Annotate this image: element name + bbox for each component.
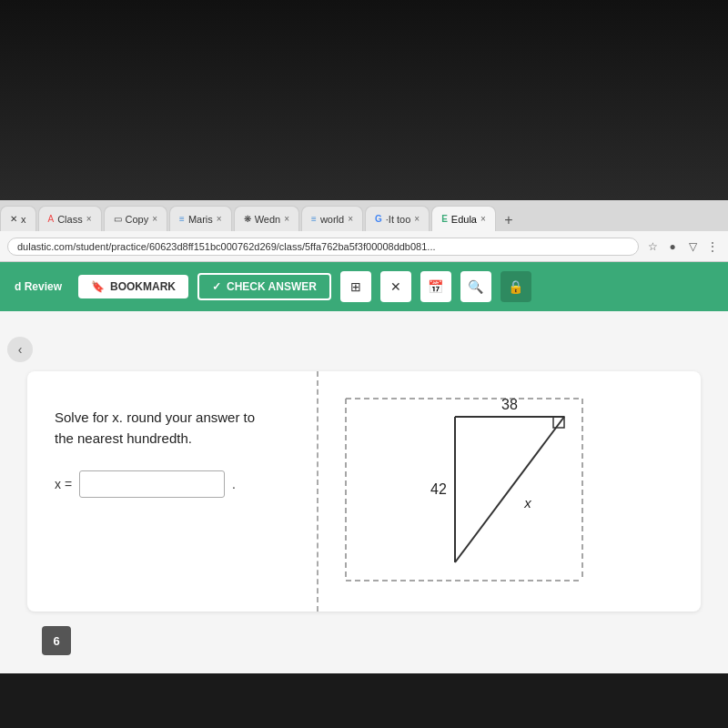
shield-icon: ▽ [684,238,701,255]
answer-label: x = [55,477,72,491]
tab-maris-label: Maris [188,214,213,225]
app-toolbar: d Review 🔖 BOOKMARK ✓ CHECK ANSWER ⊞ ✕ 📅… [0,262,728,311]
tab-edula[interactable]: E Edula × [431,206,496,231]
page-badge: 6 [42,626,71,655]
tab-wedn-close-icon[interactable]: × [284,214,289,224]
search-icon: 🔍 [468,279,483,294]
check-answer-label: CHECK ANSWER [227,280,317,293]
tab-bar: ✕ x A Class × ▭ Copy × ≡ Maris × ❋ Wedn … [0,200,728,231]
check-answer-button[interactable]: ✓ CHECK ANSWER [197,273,331,300]
tab-edula-close-icon[interactable]: × [480,214,486,224]
address-input[interactable] [7,238,639,256]
tab-class-icon: A [48,214,55,224]
tab-wedn-icon: ❋ [244,214,251,224]
lock-icon: 🔒 [508,279,523,294]
answer-row: x = . [55,470,289,498]
tab-class-label: Class [57,214,83,225]
label-x: x [523,495,531,511]
tab-maris-icon: ≡ [179,214,185,224]
answer-dot: . [232,477,236,491]
circle-icon: ● [664,238,681,255]
tab-copy[interactable]: ▭ Copy × [104,206,168,231]
triangle-diagram: 38 42 x [337,389,592,590]
background-dark [0,0,728,200]
question-line2: the nearest hundredth. [55,430,192,446]
tab-world-icon: ≡ [311,214,317,224]
checkmark-icon: ✓ [212,280,221,293]
browser-chrome: ✕ x A Class × ▭ Copy × ≡ Maris × ❋ Wedn … [0,200,728,311]
tab-ittoo-label: ·It too [386,214,411,225]
question-text: Solve for x. round your answer to the ne… [55,408,289,449]
bookmark-label: BOOKMARK [110,280,176,293]
tab-copy-label: Copy [126,214,149,225]
star-icon[interactable]: ☆ [644,238,661,255]
tab-edula-icon: E [441,214,448,224]
svg-line-7 [455,417,564,562]
label-42: 42 [430,481,447,497]
tab-world-label: world [320,214,344,225]
back-arrow-button[interactable]: ‹ [7,337,33,362]
section-label: d Review [15,280,62,293]
close-icon: ✕ [390,279,401,294]
bookmark-icon: 🔖 [91,280,105,293]
tab-class-close-icon[interactable]: × [86,214,92,224]
tab-maris[interactable]: ≡ Maris × [169,206,232,231]
tab-edula-label: Edula [451,214,477,225]
question-right-panel: 38 42 x [318,371,701,612]
left-chevron-icon: ‹ [18,342,23,357]
tab-maris-close-icon[interactable]: × [217,214,222,224]
lock-icon-button[interactable]: 🔒 [500,271,531,302]
close-icon-button[interactable]: ✕ [380,271,411,302]
tab-world-close-icon[interactable]: × [348,214,353,224]
tab-x[interactable]: ✕ x [0,206,36,231]
tab-ittoo[interactable]: G ·It too × [365,206,430,231]
question-left-panel: Solve for x. round your answer to the ne… [27,371,318,612]
answer-input[interactable] [79,470,225,498]
settings-icon[interactable]: ⋮ [704,238,721,255]
calendar-icon-button[interactable]: 📅 [420,271,451,302]
content-area: ‹ Solve for x. round your answer to the … [0,311,728,673]
calendar-icon: 📅 [428,279,443,294]
address-icons: ☆ ● ▽ ⋮ [644,238,721,255]
tab-copy-icon: ▭ [114,214,122,224]
bookmark-button[interactable]: 🔖 BOOKMARK [78,275,188,298]
tab-ittoo-close-icon[interactable]: × [414,214,420,224]
tab-copy-close-icon[interactable]: × [152,214,157,224]
tab-world[interactable]: ≡ world × [301,206,363,231]
new-tab-button[interactable]: + [498,209,520,231]
tab-x-label: x [21,214,26,225]
tab-wedn-label: Wedn [255,214,281,225]
tab-x-icon: ✕ [10,214,17,224]
address-bar: ☆ ● ▽ ⋮ [0,231,728,262]
label-38: 38 [501,397,518,412]
tab-class[interactable]: A Class × [38,206,102,231]
tab-wedn[interactable]: ❋ Wedn × [234,206,299,231]
question-line1: Solve for x. round your answer to [55,410,255,425]
grid-icon: ⊞ [350,279,361,294]
question-container: Solve for x. round your answer to the ne… [27,371,701,612]
grid-icon-button[interactable]: ⊞ [340,271,371,302]
search-icon-button[interactable]: 🔍 [460,271,491,302]
tab-ittoo-icon: G [375,214,382,224]
